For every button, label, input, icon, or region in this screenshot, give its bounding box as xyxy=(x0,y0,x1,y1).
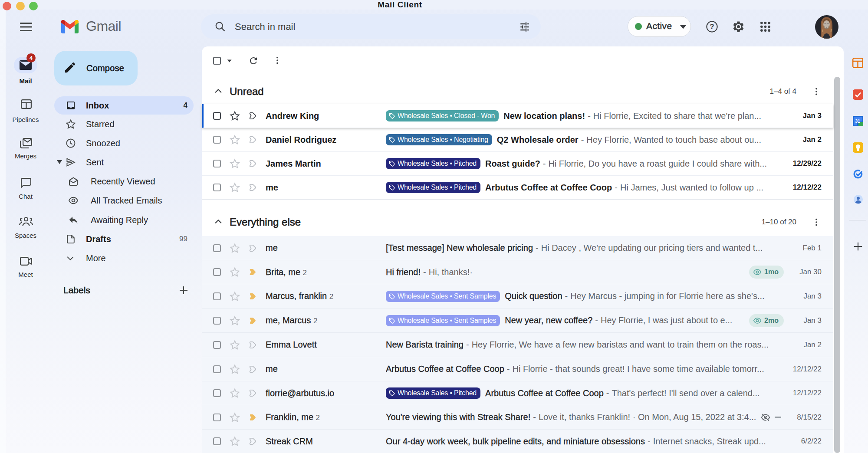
svg-text:?: ? xyxy=(710,23,714,30)
svg-text:31: 31 xyxy=(855,118,860,124)
